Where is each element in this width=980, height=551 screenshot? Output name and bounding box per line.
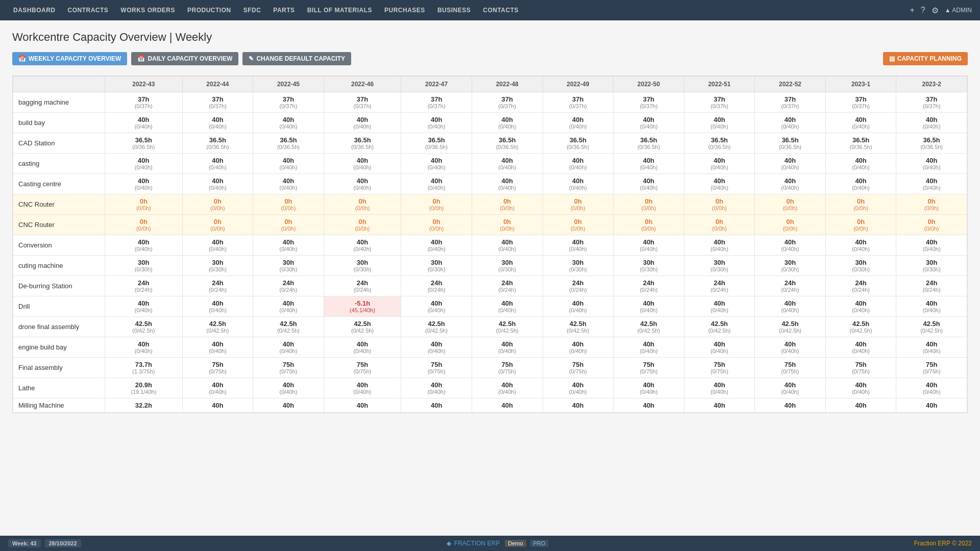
table-cell[interactable]: 40h(0/40h) bbox=[472, 296, 543, 317]
nav-item-dashboard[interactable]: DASHBOARD bbox=[8, 5, 61, 16]
table-cell[interactable]: 40h(0/40h) bbox=[401, 378, 472, 398]
table-cell[interactable]: 40h(0/40h) bbox=[755, 174, 826, 194]
capacity-planning-button[interactable]: ▤ CAPACITY PLANNING bbox=[883, 52, 968, 65]
table-cell[interactable]: 24h(0/24h) bbox=[105, 276, 183, 296]
table-cell[interactable]: 37h(0/37h) bbox=[182, 92, 253, 113]
table-cell[interactable]: 75h(0/75h) bbox=[614, 358, 684, 378]
table-cell[interactable]: 0h(0/0h) bbox=[614, 215, 684, 235]
table-cell[interactable]: 40h(0/40h) bbox=[253, 337, 324, 358]
table-cell[interactable]: 42.5h(0/42.5h) bbox=[401, 317, 472, 337]
table-cell[interactable]: 40h(0/40h) bbox=[401, 113, 472, 133]
table-cell[interactable]: 24h(0/24h) bbox=[825, 276, 896, 296]
table-cell[interactable]: 36.5h(0/36.5h) bbox=[472, 133, 543, 154]
table-cell[interactable]: 0h(0/0h) bbox=[755, 194, 826, 215]
table-cell[interactable]: 40h(0/40h) bbox=[105, 154, 183, 174]
table-cell[interactable]: 40h bbox=[401, 398, 472, 413]
table-cell[interactable]: 40h(0/40h) bbox=[324, 235, 401, 256]
nav-item-bill-of-materials[interactable]: BILL OF MATERIALS bbox=[302, 5, 377, 16]
table-cell[interactable]: 40h(0/40h) bbox=[253, 378, 324, 398]
table-cell[interactable]: 40h bbox=[614, 398, 684, 413]
table-cell[interactable]: -5.1h(45.1/40h) bbox=[324, 296, 401, 317]
table-cell[interactable]: 40h(0/40h) bbox=[896, 174, 967, 194]
table-cell[interactable]: 42.5h(0/42.5h) bbox=[614, 317, 684, 337]
table-cell[interactable]: 40h(0/40h) bbox=[324, 378, 401, 398]
table-cell[interactable]: 0h(0/0h) bbox=[896, 215, 967, 235]
table-cell[interactable]: 36.5h(0/36.5h) bbox=[182, 133, 253, 154]
table-cell[interactable]: 37h(0/37h) bbox=[253, 92, 324, 113]
table-cell[interactable]: 37h(0/37h) bbox=[543, 92, 614, 113]
table-cell[interactable]: 24h(0/24h) bbox=[472, 276, 543, 296]
table-cell[interactable]: 42.5h(0/42.5h) bbox=[896, 317, 967, 337]
table-cell[interactable]: 40h(0/40h) bbox=[253, 113, 324, 133]
table-cell[interactable]: 40h(0/40h) bbox=[182, 378, 253, 398]
table-cell[interactable]: 42.5h(0/42.5h) bbox=[684, 317, 755, 337]
table-cell[interactable]: 40h(0/40h) bbox=[896, 337, 967, 358]
table-cell[interactable]: 40h(0/40h) bbox=[543, 174, 614, 194]
table-cell[interactable]: 40h(0/40h) bbox=[401, 154, 472, 174]
nav-item-purchases[interactable]: PURCHASES bbox=[379, 5, 430, 16]
table-cell[interactable]: 0h(0/0h) bbox=[253, 194, 324, 215]
table-cell[interactable]: 40h(0/40h) bbox=[105, 113, 183, 133]
table-cell[interactable]: 40h(0/40h) bbox=[755, 154, 826, 174]
table-cell[interactable]: 0h(0/0h) bbox=[472, 194, 543, 215]
table-cell[interactable]: 40h(0/40h) bbox=[614, 235, 684, 256]
table-cell[interactable]: 24h(0/24h) bbox=[324, 276, 401, 296]
table-cell[interactable]: 75h(0/75h) bbox=[472, 358, 543, 378]
table-cell[interactable]: 40h(0/40h) bbox=[684, 174, 755, 194]
table-cell[interactable]: 0h(0/0h) bbox=[401, 215, 472, 235]
table-cell[interactable]: 40h bbox=[543, 398, 614, 413]
table-cell[interactable]: 0h(0/0h) bbox=[825, 215, 896, 235]
table-cell[interactable]: 40h(0/40h) bbox=[105, 296, 183, 317]
table-cell[interactable]: 75h(0/75h) bbox=[543, 358, 614, 378]
table-cell[interactable]: 40h(0/40h) bbox=[614, 113, 684, 133]
table-cell[interactable]: 40h(0/40h) bbox=[684, 154, 755, 174]
table-cell[interactable]: 42.5h(0/42.5h) bbox=[472, 317, 543, 337]
table-cell[interactable]: 40h(0/40h) bbox=[684, 337, 755, 358]
table-cell[interactable]: 40h(0/40h) bbox=[614, 337, 684, 358]
nav-item-production[interactable]: PRODUCTION bbox=[182, 5, 236, 16]
table-cell[interactable]: 40h bbox=[755, 398, 826, 413]
table-cell[interactable]: 40h(0/40h) bbox=[896, 154, 967, 174]
table-cell[interactable]: 40h(0/40h) bbox=[324, 337, 401, 358]
table-cell[interactable]: 40h(0/40h) bbox=[401, 174, 472, 194]
table-cell[interactable]: 30h(0/30h) bbox=[324, 256, 401, 276]
table-cell[interactable]: 40h(0/40h) bbox=[896, 378, 967, 398]
table-cell[interactable]: 36.5h(0/36.5h) bbox=[825, 133, 896, 154]
table-cell[interactable]: 73.7h(1.3/75h) bbox=[105, 358, 183, 378]
table-cell[interactable]: 40h(0/40h) bbox=[614, 378, 684, 398]
table-cell[interactable]: 30h(0/30h) bbox=[755, 256, 826, 276]
table-cell[interactable]: 37h(0/37h) bbox=[614, 92, 684, 113]
table-cell[interactable]: 36.5h(0/36.5h) bbox=[253, 133, 324, 154]
table-cell[interactable]: 24h(0/24h) bbox=[182, 276, 253, 296]
table-cell[interactable]: 32.2h bbox=[105, 398, 183, 413]
table-cell[interactable]: 0h(0/0h) bbox=[755, 215, 826, 235]
table-cell[interactable]: 42.5h(0/42.5h) bbox=[105, 317, 183, 337]
table-cell[interactable]: 30h(0/30h) bbox=[543, 256, 614, 276]
table-cell[interactable]: 40h(0/40h) bbox=[182, 174, 253, 194]
table-cell[interactable]: 37h(0/37h) bbox=[401, 92, 472, 113]
table-cell[interactable]: 40h(0/40h) bbox=[253, 154, 324, 174]
table-cell[interactable]: 40h(0/40h) bbox=[324, 113, 401, 133]
table-cell[interactable]: 40h bbox=[825, 398, 896, 413]
table-cell[interactable]: 36.5h(0/36.5h) bbox=[684, 133, 755, 154]
table-cell[interactable]: 0h(0/0h) bbox=[182, 194, 253, 215]
table-cell[interactable]: 37h(0/37h) bbox=[472, 92, 543, 113]
nav-item-contacts[interactable]: CONTACTS bbox=[478, 5, 524, 16]
table-cell[interactable]: 42.5h(0/42.5h) bbox=[182, 317, 253, 337]
table-cell[interactable]: 37h(0/37h) bbox=[896, 92, 967, 113]
change-default-capacity-button[interactable]: ✎ CHANGE DEFAULT CAPACITY bbox=[242, 52, 351, 65]
table-cell[interactable]: 40h(0/40h) bbox=[472, 154, 543, 174]
table-cell[interactable]: 40h(0/40h) bbox=[614, 154, 684, 174]
table-cell[interactable]: 0h(0/0h) bbox=[324, 215, 401, 235]
table-cell[interactable]: 0h(0/0h) bbox=[543, 194, 614, 215]
table-cell[interactable]: 24h(0/24h) bbox=[401, 276, 472, 296]
table-cell[interactable]: 40h(0/40h) bbox=[825, 154, 896, 174]
table-cell[interactable]: 40h bbox=[253, 398, 324, 413]
table-cell[interactable]: 30h(0/30h) bbox=[684, 256, 755, 276]
table-cell[interactable]: 40h(0/40h) bbox=[105, 174, 183, 194]
table-cell[interactable]: 37h(0/37h) bbox=[825, 92, 896, 113]
table-cell[interactable]: 40h(0/40h) bbox=[825, 113, 896, 133]
table-cell[interactable]: 40h(0/40h) bbox=[825, 235, 896, 256]
table-cell[interactable]: 40h(0/40h) bbox=[472, 113, 543, 133]
table-cell[interactable]: 30h(0/30h) bbox=[182, 256, 253, 276]
